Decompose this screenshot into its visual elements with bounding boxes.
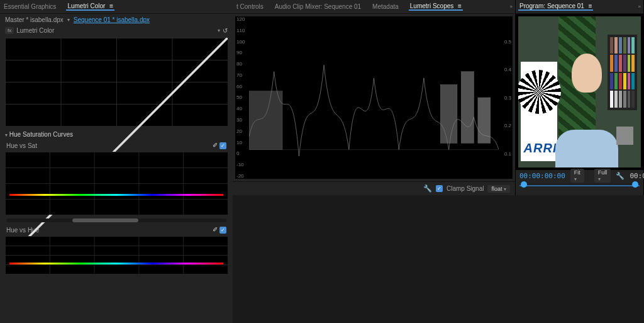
svg-rect-1 bbox=[440, 84, 457, 143]
panel-menu-icon[interactable]: » bbox=[638, 4, 641, 9]
scopes-tabs: t Controls Audio Clip Mixer: Sequence 01… bbox=[233, 0, 515, 14]
master-clip-label: Master * isabella.dpx bbox=[5, 16, 64, 23]
hue-vs-sat-curve[interactable] bbox=[5, 152, 228, 215]
tab-lumetri-scopes[interactable]: Lumetri Scopes ≡ bbox=[409, 3, 463, 11]
fx-badge[interactable]: fx bbox=[5, 27, 14, 34]
rgb-curve[interactable] bbox=[5, 38, 228, 126]
effect-menu-icon[interactable]: ▾ bbox=[218, 28, 220, 33]
tab-lumetri-color[interactable]: Lumetri Color ≡ bbox=[66, 3, 114, 11]
monitor-settings-icon[interactable]: 🔧 bbox=[616, 172, 625, 180]
scope-axis-right: 0.50.40.30.20.1 bbox=[499, 16, 511, 179]
scope-mode-dropdown[interactable]: float ▾ bbox=[487, 185, 510, 193]
tab-audio-mixer[interactable]: Audio Clip Mixer: Sequence 01 bbox=[274, 3, 362, 10]
reset-effect-icon[interactable]: ↺ bbox=[223, 27, 228, 34]
program-monitor-panel: Program: Sequence 01 ≡ » ARRI 00:00:00:0… bbox=[516, 0, 644, 195]
waveform-trace bbox=[249, 20, 499, 176]
svg-rect-3 bbox=[478, 98, 491, 143]
svg-rect-2 bbox=[461, 72, 474, 144]
clamp-signal-label: Clamp Signal bbox=[447, 185, 484, 192]
clamp-signal-checkbox[interactable]: ✓ bbox=[436, 185, 443, 192]
resolution-dropdown[interactable]: Full ▾ bbox=[594, 169, 611, 183]
svg-line-4 bbox=[5, 38, 228, 261]
program-timecode-left[interactable]: 00:00:00:00 bbox=[519, 172, 565, 180]
program-timecode-right: 00:00:00:01 bbox=[630, 172, 644, 180]
waveform-scope[interactable]: 1201101009080706050403020100-10-20 0.50.… bbox=[235, 16, 513, 179]
panel-menu-icon[interactable]: » bbox=[510, 4, 513, 9]
playhead-icon[interactable] bbox=[521, 181, 527, 188]
hue-vs-hue-curve[interactable] bbox=[5, 236, 228, 274]
tab-program[interactable]: Program: Sequence 01 ≡ bbox=[518, 3, 593, 11]
effect-name-label: Lumetri Color bbox=[16, 27, 54, 34]
scope-axis-left: 1201101009080706050403020100-10-20 bbox=[236, 16, 249, 179]
program-scrubber[interactable] bbox=[519, 183, 640, 187]
hue-scrollbar[interactable] bbox=[6, 218, 226, 222]
arri-logo: ARRI bbox=[524, 141, 557, 156]
tab-controls[interactable]: t Controls bbox=[235, 3, 265, 10]
scope-settings-icon[interactable]: 🔧 bbox=[423, 184, 432, 193]
zoom-dropdown[interactable]: Fit ▾ bbox=[570, 169, 584, 183]
lumetri-color-panel: Essential Graphics Lumetri Color ≡ Maste… bbox=[0, 0, 233, 323]
sequence-clip-link[interactable]: Sequence 01 * isabella.dpx bbox=[74, 16, 150, 23]
program-video-frame[interactable]: ARRI bbox=[518, 16, 641, 167]
tab-essential-graphics[interactable]: Essential Graphics bbox=[3, 3, 57, 10]
lumetri-scopes-panel: t Controls Audio Clip Mixer: Sequence 01… bbox=[233, 0, 516, 195]
tab-metadata[interactable]: Metadata bbox=[371, 3, 400, 10]
svg-rect-0 bbox=[249, 91, 282, 150]
color-chart bbox=[608, 35, 637, 110]
